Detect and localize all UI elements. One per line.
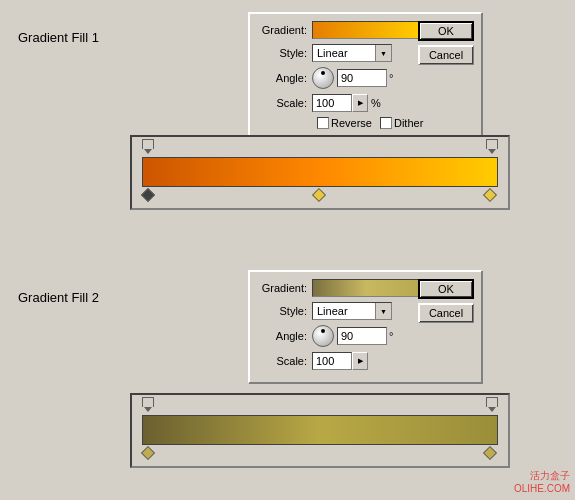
gradient-bar-1[interactable] [142, 157, 498, 187]
bottom-stop-left-2[interactable] [142, 447, 156, 461]
bottom-stop-left-1[interactable] [142, 189, 156, 203]
angle-row-2: Angle: ° [257, 325, 474, 347]
angle-label-1: Angle: [257, 72, 312, 84]
ok-button-2[interactable]: OK [418, 279, 474, 299]
cancel-button-1[interactable]: Cancel [418, 45, 474, 65]
scale-spin-1[interactable]: ▶ [352, 94, 368, 112]
dither-label-1: Dither [394, 117, 423, 129]
top-stop-left-1[interactable] [142, 139, 154, 149]
scale-input-1[interactable] [312, 94, 352, 112]
bottom-stops-1 [142, 189, 498, 203]
dialog-panel-2: Gradient: OK Cancel Style: Linear ▼ Angl… [248, 270, 483, 384]
gradient-label-1: Gradient: [257, 24, 312, 36]
watermark: 活力盒子 OLIHE.COM [514, 469, 570, 495]
scale-spin-2[interactable]: ▶ [352, 352, 368, 370]
scale-label-2: Scale: [257, 355, 312, 367]
angle-knob-dot-2 [321, 329, 325, 333]
style-select-2[interactable]: Linear ▼ [312, 302, 392, 320]
bottom-stop-right-1[interactable] [484, 189, 498, 203]
style-label-2: Style: [257, 305, 312, 317]
btn-group-1: OK Cancel [418, 21, 474, 65]
scale-label-1: Scale: [257, 97, 312, 109]
dither-box-1[interactable] [380, 117, 392, 129]
degree-symbol-1: ° [389, 72, 393, 84]
top-stop-left-2[interactable] [142, 397, 154, 407]
gradient-preview-1[interactable] [312, 21, 420, 39]
angle-label-2: Angle: [257, 330, 312, 342]
btn-group-2: OK Cancel [418, 279, 474, 323]
scale-row-1: Scale: ▶ % [257, 94, 474, 112]
dither-checkbox-1[interactable]: Dither [380, 117, 423, 129]
ok-button-1[interactable]: OK [418, 21, 474, 41]
gradient-bar-2[interactable] [142, 415, 498, 445]
reverse-label-1: Reverse [331, 117, 372, 129]
scale-row-2: Scale: ▶ [257, 352, 474, 370]
angle-row-1: Angle: ° [257, 67, 474, 89]
cancel-button-2[interactable]: Cancel [418, 303, 474, 323]
style-label-1: Style: [257, 47, 312, 59]
angle-knob-1[interactable] [312, 67, 334, 89]
top-stop-right-2[interactable] [486, 397, 498, 407]
top-stop-right-1[interactable] [486, 139, 498, 149]
reverse-checkbox-1[interactable]: Reverse [317, 117, 372, 129]
bottom-stops-2 [142, 447, 498, 461]
style-select-arrow-2[interactable]: ▼ [375, 303, 391, 319]
reverse-box-1[interactable] [317, 117, 329, 129]
style-select-1[interactable]: Linear ▼ [312, 44, 392, 62]
gradient-bar-area-2[interactable] [130, 393, 510, 468]
gradient-bar-area-1[interactable] [130, 135, 510, 210]
gradient-preview-2[interactable] [312, 279, 420, 297]
section1-label: Gradient Fill 1 [18, 30, 99, 45]
angle-knob-dot-1 [321, 71, 325, 75]
checkbox-row-1: Reverse Dither [317, 117, 474, 129]
bottom-stop-mid-1[interactable] [313, 189, 327, 203]
style-select-arrow-1[interactable]: ▼ [375, 45, 391, 61]
top-stops-2 [142, 397, 498, 407]
gradient-row-2: Gradient: OK Cancel [257, 279, 474, 297]
angle-input-2[interactable] [337, 327, 387, 345]
top-stops-1 [142, 139, 498, 149]
scale-input-2[interactable] [312, 352, 352, 370]
gradient-row-1: Gradient: OK Cancel [257, 21, 474, 39]
gradient-label-2: Gradient: [257, 282, 312, 294]
degree-symbol-2: ° [389, 330, 393, 342]
angle-input-1[interactable] [337, 69, 387, 87]
bottom-stop-right-2[interactable] [484, 447, 498, 461]
dialog-panel-1: Gradient: OK Cancel Style: Linear ▼ Angl… [248, 12, 483, 138]
angle-knob-2[interactable] [312, 325, 334, 347]
section2-label: Gradient Fill 2 [18, 290, 99, 305]
style-select-text-2: Linear [313, 305, 373, 317]
scale-unit-1: % [371, 97, 381, 109]
style-select-text-1: Linear [313, 47, 373, 59]
